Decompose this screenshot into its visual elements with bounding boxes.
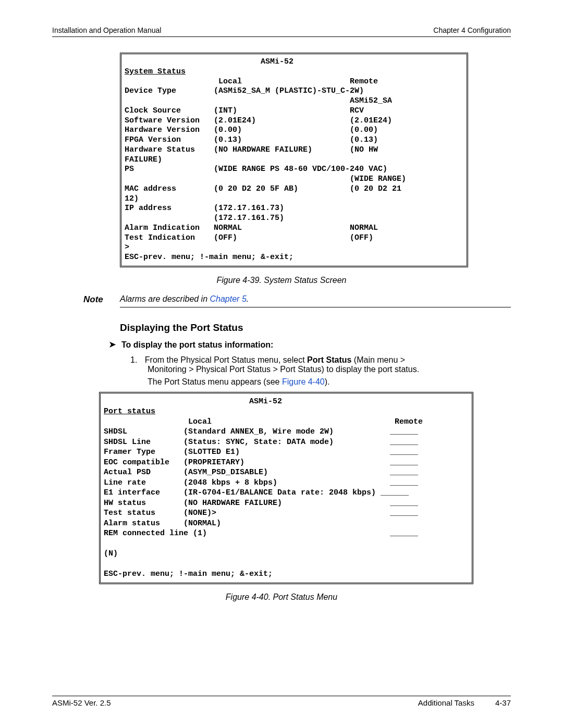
figure-label: Figure 4-39. — [216, 276, 261, 285]
note-label: Note — [83, 294, 115, 305]
link-figure-4-40[interactable]: Figure 4-40 — [282, 377, 325, 386]
figure-text: System Status Screen — [264, 276, 346, 285]
step-1-line2: Monitoring > Physical Port Status > Port… — [148, 365, 511, 374]
procedure-title: To display the port status information: — [121, 340, 273, 350]
header-left: Installation and Operation Manual — [52, 26, 161, 34]
note-link-chapter-5[interactable]: Chapter 5 — [210, 294, 247, 303]
figure-text-2: Port Status Menu — [273, 593, 338, 601]
terminal-port-status: ASMi-52 Port status Local Remote SHDSL (… — [99, 392, 473, 584]
page-footer: ASMi-52 Ver. 2.5 Additional Tasks 4-37 — [52, 696, 511, 707]
step-1-result: The Port Status menu appears (see Figure… — [148, 377, 511, 387]
note-text-before: Alarms are described in — [120, 294, 210, 303]
step-1-text-a: From the Physical Port Status menu, sele… — [145, 355, 307, 364]
terminal-system-status: ASMi-52 System Status Local Remote Devic… — [120, 53, 468, 267]
note-text: Alarms are described in Chapter 5. — [120, 294, 511, 307]
heading-displaying-port-status: Displaying the Port Status — [120, 322, 511, 334]
note-block: Note Alarms are described in Chapter 5. — [83, 294, 511, 307]
footer-page-number: 4-37 — [495, 698, 511, 707]
step-1-line1: From the Physical Port Status menu, sele… — [140, 355, 405, 364]
note-text-after: . — [247, 294, 249, 303]
footer-left: ASMi-52 Ver. 2.5 — [52, 698, 111, 707]
page-header: Installation and Operation Manual Chapte… — [52, 26, 511, 37]
figure-caption-4-39: Figure 4-39. System Status Screen — [52, 276, 511, 285]
arrow-icon: ➤ — [108, 339, 116, 350]
step-1-sub-after: ). — [325, 377, 330, 386]
step-1-text-b: (Main menu > — [351, 355, 405, 364]
figure-label-2: Figure 4-40. — [226, 593, 271, 601]
footer-right-1: Additional Tasks — [418, 698, 474, 707]
header-right: Chapter 4 Configuration — [433, 26, 511, 34]
procedure-heading: ➤ To display the port status information… — [108, 339, 511, 350]
step-1-sub-before: The Port Status menu appears (see — [148, 377, 282, 386]
step-1: 1. From the Physical Port Status menu, s… — [130, 355, 511, 374]
step-1-bold: Port Status — [307, 355, 351, 364]
step-number: 1. — [130, 355, 137, 364]
figure-caption-4-40: Figure 4-40. Port Status Menu — [52, 593, 511, 602]
